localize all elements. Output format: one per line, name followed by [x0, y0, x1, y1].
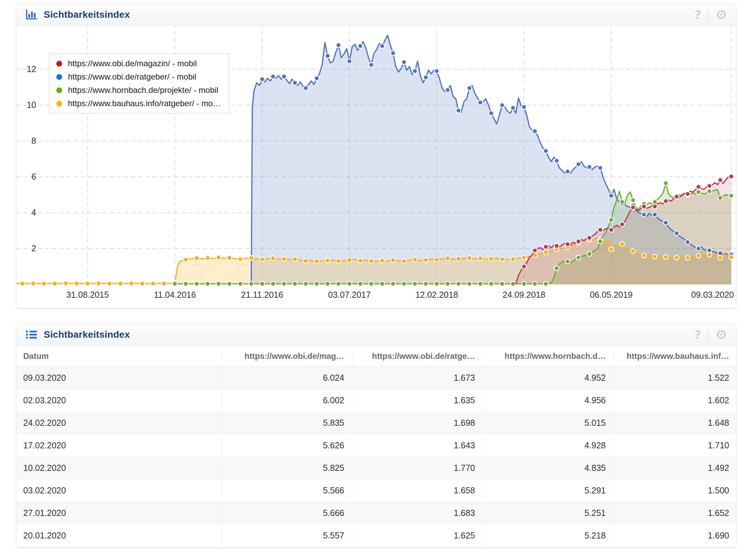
x-tick-label: 31.08.2015: [66, 290, 109, 300]
chart-panel-title: Sichtbarkeitsindex: [44, 9, 130, 20]
cell-value: 4.956: [483, 389, 613, 411]
table-panel-header: Sichtbarkeitsindex ? ⚙: [16, 324, 736, 346]
cell-value: 1.492: [613, 457, 736, 479]
x-tick-label: 12.02.2018: [415, 290, 458, 300]
cell-value: 1.673: [352, 366, 483, 389]
chart-legend: https://www.obi.de/magazin/ - mobilhttps…: [49, 54, 229, 113]
cell-value: 1.683: [352, 502, 483, 524]
cell-value: 1.652: [613, 502, 736, 524]
cell-value: 1.658: [352, 479, 483, 502]
cell-value: 1.522: [613, 366, 736, 389]
help-icon[interactable]: ?: [695, 8, 701, 22]
cell-value: 5.666: [221, 502, 352, 524]
column-header-url: https://www.bauhaus.inf…: [613, 346, 736, 366]
x-tick-label: 21.11.2016: [241, 290, 283, 300]
chart-canvas[interactable]: [16, 4, 736, 308]
cell-datum: 17.02.2020: [16, 434, 221, 457]
cell-value: 5.566: [221, 479, 352, 502]
cell-value: 1.643: [352, 434, 483, 457]
settings-gear-icon[interactable]: ⚙: [715, 328, 727, 341]
divider: [708, 329, 709, 340]
cell-value: 1.625: [352, 524, 483, 547]
cell-value: 6.024: [221, 366, 352, 389]
visibility-chart[interactable]: 31.08.201511.04.201621.11.201603.07.2017…: [16, 4, 736, 308]
cell-value: 5.626: [221, 434, 352, 457]
visibility-table-panel: Sichtbarkeitsindex ? ⚙ Datumhttps://www.…: [16, 323, 736, 547]
cell-value: 5.251: [483, 502, 613, 524]
cell-value: 5.835: [221, 411, 352, 434]
cell-value: 5.218: [483, 524, 613, 547]
legend-color-dot: [56, 74, 62, 80]
cell-datum: 02.03.2020: [16, 389, 221, 411]
chart-panel-header: Sichtbarkeitsindex ? ⚙: [16, 4, 736, 26]
column-header-datum: Datum: [16, 346, 221, 366]
y-tick-label: 10: [20, 100, 36, 110]
cell-value: 5.557: [221, 524, 352, 547]
bar-chart-icon: [25, 9, 38, 20]
table-panel-title: Sichtbarkeitsindex: [44, 329, 130, 340]
y-tick-label: 12: [20, 64, 36, 74]
cell-value: 4.835: [483, 457, 613, 479]
settings-gear-icon[interactable]: ⚙: [715, 8, 727, 21]
x-tick-label: 24.09.2018: [502, 290, 545, 300]
table-header-row: Datumhttps://www.obi.de/mag…https://www.…: [16, 346, 736, 366]
y-tick-label: 6: [20, 172, 36, 182]
legend-color-dot: [56, 101, 62, 107]
cell-value: 6.002: [221, 389, 352, 411]
x-tick-label: 06.05.2019: [590, 290, 633, 300]
cell-datum: 09.03.2020: [16, 366, 221, 389]
x-tick-label: 09.03.2020: [691, 290, 734, 300]
table-row: 02.03.20206.0021.6354.9561.602: [16, 389, 736, 411]
table-row: 24.02.20205.8351.6985.0151.648: [16, 411, 736, 434]
table-row: 27.01.20205.6661.6835.2511.652: [16, 502, 736, 524]
y-tick-label: 8: [20, 136, 36, 146]
cell-datum: 24.02.2020: [16, 411, 221, 434]
help-icon[interactable]: ?: [695, 328, 701, 341]
column-header-url: https://www.hornbach.d…: [483, 346, 613, 366]
legend-label: https://www.bauhaus.info/ratgeber/ - mo…: [68, 99, 221, 108]
list-icon: [25, 329, 38, 340]
column-header-url: https://www.obi.de/mag…: [221, 346, 352, 366]
cell-value: 1.500: [613, 479, 736, 502]
y-tick-label: 4: [20, 208, 36, 218]
cell-value: 1.648: [613, 411, 736, 434]
visibility-table: Datumhttps://www.obi.de/mag…https://www.…: [16, 346, 736, 547]
cell-value: 1.602: [613, 389, 736, 411]
cell-value: 1.690: [613, 524, 736, 547]
divider: [708, 9, 709, 20]
cell-value: 5.291: [483, 479, 613, 502]
x-tick-label: 03.07.2017: [328, 290, 371, 300]
legend-item[interactable]: https://www.bauhaus.info/ratgeber/ - mo…: [56, 99, 221, 108]
legend-item[interactable]: https://www.obi.de/magazin/ - mobil: [56, 59, 221, 68]
cell-value: 1.710: [613, 434, 736, 457]
cell-value: 4.952: [483, 366, 613, 389]
cell-value: 1.635: [352, 389, 483, 411]
table-row: 10.02.20205.8251.7704.8351.492: [16, 457, 736, 479]
cell-datum: 27.01.2020: [16, 502, 221, 524]
cell-datum: 10.02.2020: [16, 457, 221, 479]
legend-color-dot: [56, 61, 62, 67]
x-tick-label: 11.04.2016: [154, 290, 196, 300]
legend-label: https://www.obi.de/magazin/ - mobil: [68, 59, 197, 68]
legend-item[interactable]: https://www.obi.de/ratgeber/ - mobil: [56, 72, 221, 82]
cell-datum: 20.01.2020: [16, 524, 221, 547]
cell-value: 5.015: [483, 411, 613, 434]
table-row: 20.01.20205.5571.6255.2181.690: [16, 524, 736, 547]
table-row: 17.02.20205.6261.6434.9281.710: [16, 434, 736, 457]
legend-label: https://www.hornbach.de/projekte/ - mobi…: [68, 85, 218, 95]
cell-value: 1.770: [352, 457, 483, 479]
table-row: 03.02.20205.5661.6585.2911.500: [16, 479, 736, 502]
cell-value: 4.928: [483, 434, 613, 457]
cell-value: 1.698: [352, 411, 483, 434]
table-row: 09.03.20206.0241.6734.9521.522: [16, 366, 736, 389]
visibility-chart-panel: 31.08.201511.04.201621.11.201603.07.2017…: [16, 3, 736, 308]
legend-item[interactable]: https://www.hornbach.de/projekte/ - mobi…: [56, 85, 221, 95]
cell-datum: 03.02.2020: [16, 479, 221, 502]
legend-color-dot: [56, 87, 62, 93]
column-header-url: https://www.obi.de/ratge…: [352, 346, 483, 366]
legend-label: https://www.obi.de/ratgeber/ - mobil: [68, 72, 196, 82]
y-tick-label: 2: [20, 243, 36, 253]
cell-value: 5.825: [221, 457, 352, 479]
